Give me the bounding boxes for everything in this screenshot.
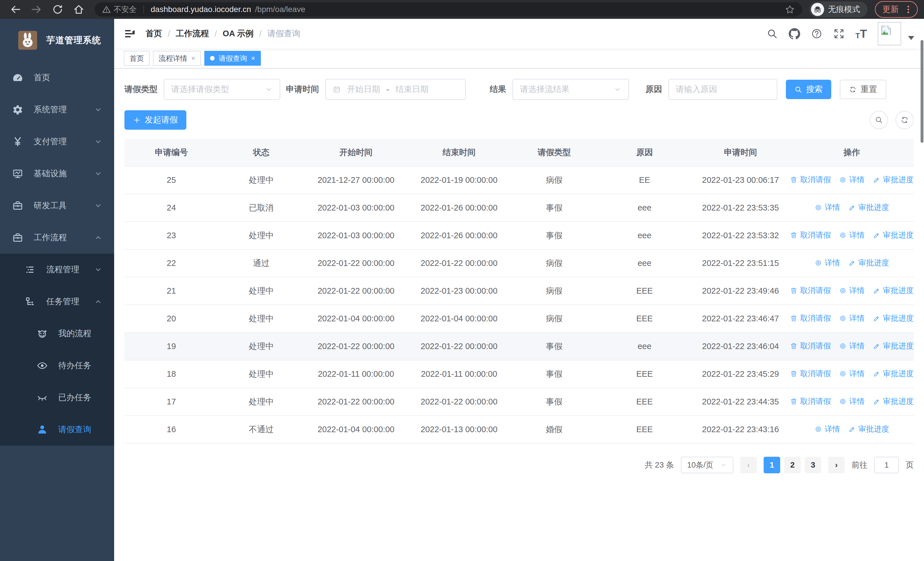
- fullscreen-icon[interactable]: [833, 28, 844, 39]
- sidebar-item-workflow[interactable]: 工作流程: [0, 222, 114, 254]
- result-select[interactable]: 请选择流结果: [513, 79, 629, 100]
- table-row[interactable]: 16不通过2022-01-04 00:00:002022-01-13 00:00…: [124, 416, 914, 443]
- detail-action-link[interactable]: 详情: [839, 285, 865, 296]
- sidebar-item-todo-tasks[interactable]: 待办任务: [0, 350, 114, 382]
- bookmark-star-icon[interactable]: [785, 5, 795, 14]
- broken-image-icon: [880, 24, 892, 36]
- reset-button[interactable]: 重置: [840, 80, 886, 99]
- cancel-action-link[interactable]: 取消请假: [790, 174, 831, 185]
- detail-action-link[interactable]: 详情: [839, 230, 865, 240]
- font-size-icon[interactable]: TT: [855, 28, 867, 39]
- scrollbar-thumb[interactable]: [921, 40, 923, 143]
- cancel-action-link[interactable]: 取消请假: [790, 341, 831, 351]
- apply-time-range[interactable]: 开始日期 - 结束日期: [325, 79, 466, 100]
- detail-action-link[interactable]: 详情: [839, 313, 865, 323]
- back-icon[interactable]: [10, 4, 21, 15]
- table-row[interactable]: 21处理中2022-01-22 00:00:002022-01-23 00:00…: [124, 277, 914, 305]
- kebab-menu-icon[interactable]: [903, 5, 913, 14]
- table-row[interactable]: 18处理中2022-01-11 00:00:002022-01-11 00:00…: [124, 360, 914, 388]
- sidebar-item-my-processes[interactable]: 我的流程: [0, 317, 114, 350]
- sidebar-item-home[interactable]: 首页: [0, 62, 114, 94]
- goto-page-input[interactable]: [874, 457, 899, 473]
- progress-action-link[interactable]: 审批进度: [873, 313, 914, 323]
- table-row[interactable]: 22通过2022-01-22 00:00:002022-01-22 00:00:…: [124, 250, 914, 277]
- progress-action-link[interactable]: 审批进度: [873, 396, 914, 406]
- tab-leave-query[interactable]: 请假查询×: [204, 51, 261, 66]
- progress-action-link[interactable]: 审批进度: [848, 258, 889, 268]
- progress-action-link[interactable]: 审批进度: [873, 285, 914, 296]
- address-bar[interactable]: 不安全 dashboard.yudao.iocoder.cn/bpm/oa/le…: [95, 2, 802, 17]
- detail-action-link[interactable]: 详情: [839, 396, 865, 406]
- close-icon[interactable]: ×: [251, 54, 255, 62]
- breadcrumb-item[interactable]: 首页: [146, 28, 162, 39]
- page-button-1[interactable]: 1: [764, 457, 780, 473]
- search-button[interactable]: 搜索: [786, 80, 831, 99]
- reason-input[interactable]: 请输入原因: [668, 79, 777, 100]
- sidebar-item-infrastructure[interactable]: 基础设施: [0, 158, 114, 190]
- divider: [144, 5, 144, 14]
- home-icon[interactable]: [73, 4, 84, 15]
- sidebar-item-done-tasks[interactable]: 已办任务: [0, 382, 114, 414]
- leave-type-select[interactable]: 请选择请假类型: [164, 79, 280, 100]
- page-button-3[interactable]: 3: [805, 457, 821, 473]
- reason-group: 原因 请输入原因: [645, 79, 777, 100]
- prev-page-button[interactable]: ‹: [740, 457, 757, 473]
- tab-process-detail[interactable]: 流程详情×: [153, 51, 201, 66]
- detail-action-link[interactable]: 详情: [814, 202, 840, 212]
- sidebar-logo-row[interactable]: 芋道管理系统: [0, 19, 114, 62]
- table-row[interactable]: 19处理中2022-01-22 00:00:002022-01-22 00:00…: [124, 332, 914, 360]
- detail-action-link[interactable]: 详情: [839, 368, 865, 379]
- forward-icon[interactable]: [31, 4, 42, 15]
- sidebar-item-process-management[interactable]: 流程管理: [0, 254, 114, 286]
- cancel-action-link[interactable]: 取消请假: [790, 285, 831, 296]
- progress-action-link[interactable]: 审批进度: [873, 368, 914, 379]
- sidebar-item-leave-query[interactable]: 请假查询: [0, 414, 114, 445]
- sidebar-collapse-icon[interactable]: [124, 28, 136, 40]
- table-cell: 婚假: [510, 416, 598, 443]
- github-icon[interactable]: [789, 28, 800, 39]
- breadcrumb-item[interactable]: 工作流程: [176, 28, 209, 39]
- table-row[interactable]: 23处理中2022-01-03 00:00:002022-01-26 00:00…: [124, 222, 914, 250]
- search-icon[interactable]: [766, 28, 778, 39]
- sidebar-item-dev-tools[interactable]: 研发工具: [0, 190, 114, 222]
- close-icon[interactable]: ×: [191, 54, 195, 62]
- cancel-action-link[interactable]: 取消请假: [790, 396, 831, 406]
- sidebar-item-label: 基础设施: [34, 168, 67, 179]
- progress-action-link[interactable]: 审批进度: [848, 202, 889, 212]
- next-page-button[interactable]: ›: [828, 457, 844, 473]
- cancel-action-link[interactable]: 取消请假: [790, 313, 831, 323]
- sidebar-item-payment-management[interactable]: 支付管理: [0, 126, 114, 158]
- detail-action-link[interactable]: 详情: [839, 174, 865, 185]
- page-size-select[interactable]: 10条/页: [681, 457, 734, 473]
- cancel-action-link[interactable]: 取消请假: [790, 230, 831, 240]
- avatar-dropdown-caret[interactable]: [908, 36, 914, 40]
- page-button-2[interactable]: 2: [784, 457, 801, 473]
- toggle-search-button[interactable]: [870, 111, 888, 129]
- target-icon: [839, 314, 847, 322]
- browser-update-button[interactable]: 更新: [875, 1, 918, 18]
- help-icon[interactable]: [811, 28, 822, 39]
- progress-action-link[interactable]: 审批进度: [873, 230, 914, 240]
- breadcrumb-item[interactable]: OA 示例: [223, 28, 254, 39]
- detail-action-link[interactable]: 详情: [814, 424, 840, 434]
- table-row[interactable]: 17处理中2022-01-22 00:00:002022-01-22 00:00…: [124, 388, 914, 416]
- avatar[interactable]: [878, 22, 901, 45]
- sidebar-item-system-management[interactable]: 系统管理: [0, 94, 114, 126]
- refresh-table-button[interactable]: [896, 111, 914, 129]
- progress-action-link[interactable]: 审批进度: [873, 174, 914, 185]
- table-row[interactable]: 24已取消2022-01-03 00:00:002022-01-26 00:00…: [124, 194, 914, 222]
- progress-action-link[interactable]: 审批进度: [873, 341, 914, 351]
- table-row[interactable]: 25处理中2021-12-27 00:00:002022-01-19 00:00…: [124, 166, 914, 194]
- table-row[interactable]: 20处理中2022-01-04 00:00:002022-01-04 00:00…: [124, 305, 914, 332]
- create-leave-button[interactable]: 发起请假: [124, 110, 186, 130]
- progress-action-link[interactable]: 审批进度: [848, 424, 889, 434]
- pagination: 共 23 条 10条/页 ‹ 123 › 前往 页: [124, 457, 914, 473]
- reload-icon[interactable]: [52, 4, 63, 15]
- table-cell: 2022-01-04 00:00:00: [408, 305, 510, 332]
- detail-action-link[interactable]: 详情: [814, 258, 840, 268]
- sidebar-item-task-management[interactable]: 任务管理: [0, 286, 114, 317]
- app-logo: [18, 31, 37, 50]
- detail-action-link[interactable]: 详情: [839, 341, 865, 351]
- cancel-action-link[interactable]: 取消请假: [790, 368, 831, 379]
- tab-home[interactable]: 首页: [124, 51, 150, 66]
